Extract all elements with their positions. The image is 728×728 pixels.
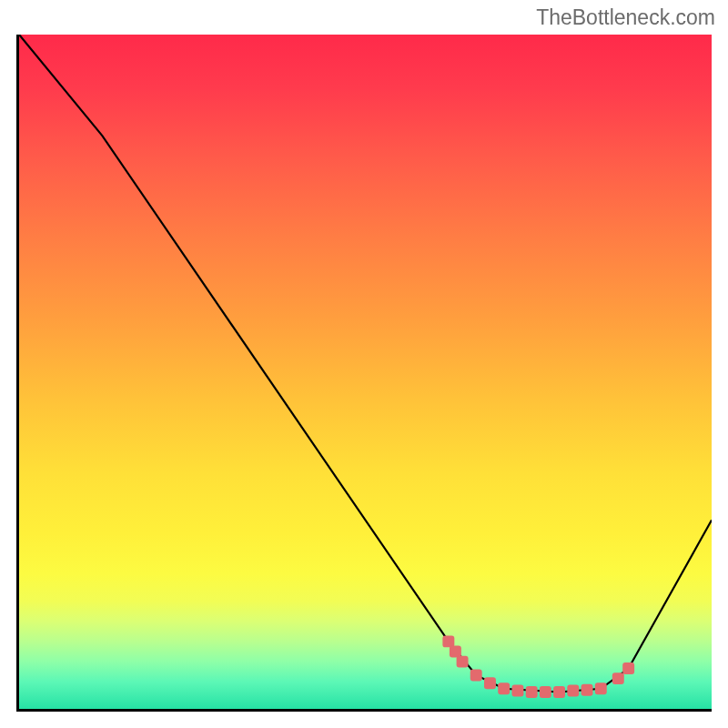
marker-group bbox=[442, 635, 634, 698]
marker-point bbox=[442, 635, 454, 647]
marker-point bbox=[553, 686, 565, 698]
curve-svg bbox=[19, 35, 712, 709]
plot-area bbox=[16, 35, 712, 712]
marker-point bbox=[526, 686, 538, 698]
marker-point bbox=[450, 646, 461, 658]
marker-point bbox=[511, 685, 523, 697]
bottleneck-curve bbox=[19, 35, 712, 692]
marker-point bbox=[567, 685, 579, 697]
marker-point bbox=[484, 677, 496, 689]
marker-point bbox=[595, 682, 607, 694]
marker-point bbox=[540, 686, 551, 698]
marker-point bbox=[457, 656, 469, 668]
watermark-text: TheBottleneck.com bbox=[536, 5, 715, 30]
marker-point bbox=[612, 672, 624, 684]
marker-point bbox=[581, 684, 593, 696]
marker-point bbox=[498, 682, 510, 694]
marker-point bbox=[622, 662, 634, 674]
marker-point bbox=[470, 669, 482, 681]
